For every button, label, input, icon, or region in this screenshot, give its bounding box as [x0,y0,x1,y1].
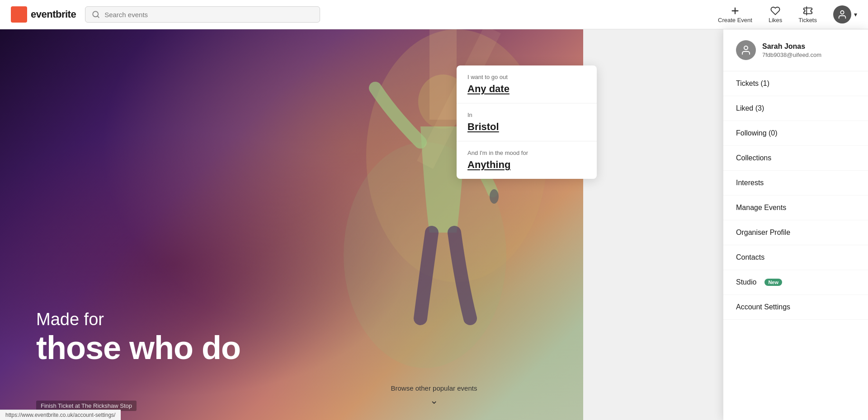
dropdown-item-following[interactable]: Following (0) [723,121,868,146]
hero-text: Made for those who do [36,309,241,366]
dropdown-profile: Sarah Jonas 7fdb9038@uifeed.com [723,29,868,71]
hero-title: those who do [36,330,241,366]
browse-label: Browse other popular events [391,384,477,392]
dropdown-item-tickets[interactable]: Tickets (1) [723,71,868,96]
ticket-icon [803,6,813,16]
chevron-down-icon: ▾ [854,11,857,18]
date-prompt: I want to go out [467,74,586,80]
search-bar[interactable] [85,6,320,23]
logo-text: eventbrite [31,9,76,20]
plus-icon [730,6,740,16]
browse-chevron: ⌄ [430,395,438,406]
status-url: https://www.eventbrite.co.uk/account-set… [5,412,115,418]
create-event-button[interactable]: Create Event [718,6,752,23]
user-menu-trigger[interactable]: ▾ [833,5,857,23]
svg-line-1 [98,16,99,17]
svg-point-12 [744,46,748,50]
dropdown-items-container: Tickets (1)Liked (3)Following (0)Collect… [723,71,868,320]
dropdown-item-contacts[interactable]: Contacts [723,245,868,270]
dropdown-item-organiser-profile[interactable]: Organiser Profile [723,220,868,245]
create-event-label: Create Event [718,17,752,23]
search-icon [92,10,100,19]
dropdown-menu: Sarah Jonas 7fdb9038@uifeed.com Tickets … [723,29,868,420]
hero-subtitle: Made for [36,309,241,330]
tickets-button[interactable]: Tickets [798,6,817,23]
dropdown-user-name: Sarah Jonas [762,42,821,51]
status-bar: https://www.eventbrite.co.uk/account-set… [0,410,121,420]
likes-button[interactable]: Likes [769,6,782,23]
date-section[interactable]: I want to go out Any date [457,65,597,103]
logo[interactable]: eventbrite [11,6,76,23]
dropdown-avatar [736,40,756,60]
search-widget: I want to go out Any date In Bristol And… [457,65,597,179]
dropdown-item-studio[interactable]: StudioNew [723,270,868,295]
date-value: Any date [467,83,586,95]
dropdown-user-icon [741,45,751,56]
mood-section[interactable]: And I'm in the mood for Anything [457,141,597,179]
heart-icon [770,6,780,16]
dropdown-user-email: 7fdb9038@uifeed.com [762,51,821,58]
svg-point-9 [490,189,499,204]
mood-value: Anything [467,159,586,171]
avatar [833,5,851,23]
svg-point-5 [840,11,844,14]
search-input[interactable] [104,11,313,19]
browse-section[interactable]: Browse other popular events ⌄ [391,384,477,406]
tickets-label: Tickets [798,17,817,23]
mood-prompt: And I'm in the mood for [467,149,586,156]
dropdown-item-account-settings[interactable]: Account Settings [723,295,868,320]
header: eventbrite Create Event Likes Tickets [0,0,868,29]
dropdown-item-collections[interactable]: Collections [723,146,868,171]
location-value: Bristol [467,121,586,133]
likes-label: Likes [769,17,782,23]
dropdown-item-liked[interactable]: Liked (3) [723,96,868,121]
dropdown-item-interests[interactable]: Interests [723,171,868,196]
dropdown-item-manage-events[interactable]: Manage Events [723,196,868,220]
new-badge: New [764,279,782,286]
logo-icon [11,6,27,23]
location-prompt: In [467,112,586,118]
header-actions: Create Event Likes Tickets ▾ [718,5,857,23]
dropdown-profile-info: Sarah Jonas 7fdb9038@uifeed.com [762,42,821,58]
location-section[interactable]: In Bristol [457,103,597,141]
user-icon [837,9,847,19]
